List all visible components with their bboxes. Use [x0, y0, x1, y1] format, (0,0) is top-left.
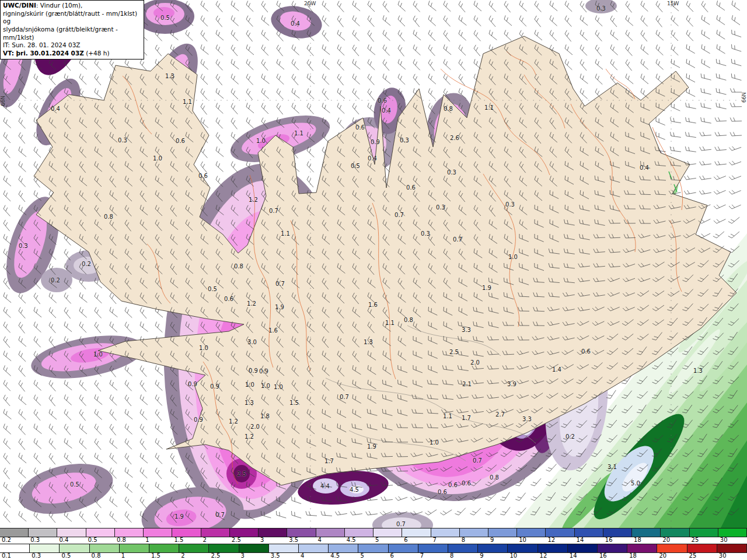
rain-scale-segment	[508, 544, 537, 552]
info-line-product: UWC/DINI: Vindur (10m),	[3, 2, 141, 10]
snow-scale-segment	[287, 528, 316, 537]
rain-scale-segment	[329, 544, 358, 552]
snow-scale-segment	[661, 528, 689, 537]
snow-scale-tick-label: 3.5	[289, 537, 298, 543]
info-line-init-time: IT: Sun. 28. 01. 2024 03Z	[3, 41, 141, 50]
snow-scale-segment	[201, 528, 230, 537]
snow-scale-tick-label: 0.5	[88, 537, 97, 543]
snow-scale-segment	[603, 528, 632, 537]
snow-scale-segment	[230, 528, 259, 537]
snow-scale-tick-label: 16	[605, 537, 613, 543]
rain-scale-segment	[627, 544, 657, 552]
snow-scale-segment	[402, 528, 431, 537]
snow-scale-tick-label: 4	[318, 537, 322, 543]
legend: 0.20.30.40.50.811.522.533.544.5567891012…	[0, 528, 747, 560]
rain-scale-tick-label: 10	[509, 552, 517, 559]
rain-scale-segment	[30, 544, 60, 552]
rain-scale-segment	[568, 544, 598, 552]
rain-scale-tick-label: 6	[390, 552, 394, 559]
snow-scale-tick-label: 0.4	[59, 537, 68, 543]
rain-scale-segment	[149, 544, 179, 552]
snow-sleet-colorbar	[0, 528, 747, 537]
rain-colorbar-labels: 0.10.30.50.811.522.533.544.5567891012141…	[0, 553, 747, 559]
snow-scale-tick-label: 9	[490, 537, 494, 543]
snow-scale-segment	[546, 528, 574, 537]
rain-scale-segment	[657, 544, 687, 552]
rain-scale-tick-label: 4.5	[330, 552, 340, 559]
snow-scale-segment	[115, 528, 144, 537]
rain-scale-tick-label: 9	[480, 552, 483, 559]
snow-scale-tick-label: 3	[260, 537, 264, 543]
snow-scale-tick-label: 25	[692, 537, 699, 543]
snow-scale-tick-label: 1	[145, 537, 149, 543]
snow-scale-segment	[488, 528, 517, 537]
rain-scale-tick-label: 20	[659, 552, 666, 559]
rain-scale-segment	[269, 544, 299, 552]
rain-colorbar	[0, 544, 747, 553]
rain-scale-tick-label: 5	[360, 552, 364, 559]
snow-scale-segment	[0, 528, 29, 537]
rain-scale-tick-label: 0.8	[92, 552, 101, 559]
snow-scale-tick-label: 0.2	[2, 537, 11, 543]
rain-scale-tick-label: 12	[540, 552, 547, 559]
snow-scale-segment	[259, 528, 287, 537]
snow-scale-tick-label: 0.8	[117, 537, 126, 543]
rain-scale-tick-label: 30	[719, 552, 727, 559]
snow-scale-tick-label: 30	[720, 537, 728, 543]
info-line-rain-desc: rigning/skúrir (grænt/blátt/rautt - mm/1…	[3, 10, 141, 26]
rain-scale-tick-label: 8	[450, 552, 453, 559]
rain-scale-segment	[179, 544, 209, 552]
snow-scale-segment	[632, 528, 661, 537]
snow-scale-segment	[690, 528, 718, 537]
snow-scale-segment	[575, 528, 603, 537]
snow-scale-tick-label: 5	[375, 537, 379, 543]
snow-scale-segment	[29, 528, 57, 537]
latitude-label-right: 66N	[741, 92, 747, 103]
snow-scale-tick-label: 14	[577, 537, 584, 543]
weather-chart-page: 0.50.40.31.31.10.40.30.61.00.60.80.30.20…	[0, 0, 747, 560]
snow-scale-tick-label: 20	[662, 537, 670, 543]
rain-scale-tick-label: 18	[629, 552, 637, 559]
rain-scale-segment	[389, 544, 418, 552]
snow-scale-segment	[460, 528, 488, 537]
snow-scale-tick-label: 2	[203, 537, 207, 543]
rain-scale-tick-label: 3	[241, 552, 245, 559]
rain-scale-segment	[598, 544, 627, 552]
rain-scale-tick-label: 2.5	[211, 552, 220, 559]
snow-scale-segment	[431, 528, 460, 537]
snow-scale-tick-label: 0.3	[30, 537, 40, 543]
info-box: UWC/DINI: Vindur (10m), rigning/skúrir (…	[0, 0, 144, 60]
snow-scale-tick-label: 4.5	[347, 537, 356, 543]
snow-sleet-colorbar-labels: 0.20.30.40.50.811.522.533.544.5567891012…	[0, 537, 747, 544]
rain-scale-tick-label: 14	[570, 552, 577, 559]
latitude-label-left: 66N	[0, 96, 6, 106]
longitude-label: 20W	[304, 1, 316, 6]
snow-scale-segment	[144, 528, 172, 537]
rain-scale-segment	[358, 544, 388, 552]
snow-scale-segment	[718, 528, 747, 537]
snow-scale-segment	[316, 528, 345, 537]
rain-scale-segment	[120, 544, 149, 552]
snow-scale-tick-label: 12	[547, 537, 555, 543]
snow-scale-segment	[345, 528, 374, 537]
rain-scale-segment	[299, 544, 329, 552]
map-canvas: 0.50.40.31.31.10.40.30.61.00.60.80.30.20…	[0, 0, 747, 528]
snow-scale-tick-label: 1.5	[174, 537, 183, 543]
rain-scale-segment	[448, 544, 478, 552]
snow-scale-segment	[374, 528, 402, 537]
snow-scale-tick-label: 6	[404, 537, 407, 543]
rain-scale-tick-label: 1.5	[151, 552, 160, 559]
snow-scale-segment	[86, 528, 115, 537]
rain-scale-tick-label: 0.1	[2, 552, 11, 559]
rain-scale-tick-label: 3.5	[271, 552, 280, 559]
rain-scale-tick-label: 4	[301, 552, 304, 559]
rain-scale-segment	[90, 544, 120, 552]
rain-scale-segment	[209, 544, 239, 552]
snow-scale-tick-label: 7	[432, 537, 436, 543]
snow-scale-segment	[172, 528, 201, 537]
snow-scale-tick-label: 18	[634, 537, 641, 543]
info-line-sleet-desc: slydda/snjókoma (grátt/bleikt/grænt - mm…	[3, 26, 141, 41]
rain-scale-tick-label: 0.5	[61, 552, 71, 559]
rain-scale-tick-label: 16	[599, 552, 607, 559]
longitude-label: 15W	[667, 1, 679, 6]
